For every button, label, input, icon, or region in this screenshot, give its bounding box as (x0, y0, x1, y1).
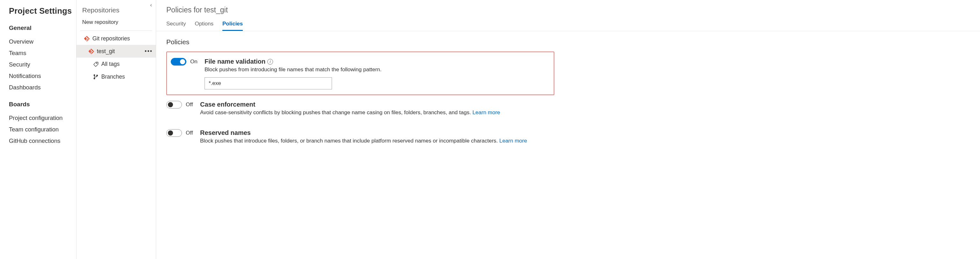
tab-security[interactable]: Security (166, 19, 186, 31)
tree-git-repositories-label: Git repositories (92, 35, 130, 42)
branch-icon (92, 74, 99, 79)
tab-policies[interactable]: Policies (223, 19, 243, 31)
repositories-panel: ‹ Repositories New repository Git reposi… (76, 0, 156, 259)
main-content: Policies for test_git Security Options P… (156, 0, 980, 259)
toggle-state-label: On (190, 58, 197, 65)
nav-overview[interactable]: Overview (9, 36, 76, 47)
policy-body: Case enforcement Avoid case-sensitivity … (200, 101, 975, 116)
toggle-wrap: Off (166, 101, 200, 109)
policy-desc-text: Avoid case-sensitivity conflicts by bloc… (200, 109, 473, 115)
nav-team-configuration[interactable]: Team configuration (9, 124, 76, 135)
repo-tree: Git repositories test_git ••• All tags B… (76, 31, 156, 83)
main-header: Policies for test_git Security Options P… (156, 0, 980, 31)
svg-point-0 (94, 74, 95, 76)
svg-point-2 (96, 75, 97, 76)
policy-title: Case enforcement (200, 101, 255, 108)
policy-desc: Block pushes from introducing file names… (205, 66, 549, 73)
repositories-title: Repositories (76, 5, 156, 17)
policy-desc-text: Block pushes that introduce files, folde… (200, 138, 499, 144)
tag-icon (92, 62, 99, 67)
policy-file-name-validation: On File name validation i Block pushes f… (166, 52, 554, 95)
toggle-file-name-validation[interactable] (171, 58, 186, 66)
page-title: Policies for test_git (166, 6, 980, 14)
nav-github-connections[interactable]: GitHub connections (9, 135, 76, 147)
policy-reserved-names: Off Reserved names Block pushes that int… (166, 123, 980, 152)
sidebar-section-boards: Boards Project configuration Team config… (9, 101, 76, 147)
new-repository-button[interactable]: New repository (76, 17, 156, 28)
info-icon[interactable]: i (267, 59, 273, 65)
policy-title: Reserved names (200, 129, 251, 136)
tab-options[interactable]: Options (195, 19, 213, 31)
nav-project-configuration[interactable]: Project configuration (9, 112, 76, 124)
policy-body: File name validation i Block pushes from… (205, 58, 549, 89)
tabs: Security Options Policies (166, 19, 980, 31)
tree-all-tags-label: All tags (101, 61, 119, 68)
policy-desc: Avoid case-sensitivity conflicts by bloc… (200, 109, 975, 116)
collapse-panel-icon[interactable]: ‹ (150, 2, 152, 8)
nav-dashboards[interactable]: Dashboards (9, 82, 76, 93)
tree-branches-label: Branches (101, 74, 125, 80)
toggle-wrap: Off (166, 129, 200, 137)
policy-title: File name validation (205, 58, 266, 65)
policies-section: Policies On File name validation i Block… (156, 31, 980, 152)
tree-repo-test-git-label: test_git (97, 48, 115, 55)
toggle-case-enforcement[interactable] (166, 101, 182, 109)
learn-more-link[interactable]: Learn more (473, 109, 500, 115)
git-repo-icon (88, 49, 94, 54)
git-repo-icon (83, 36, 90, 41)
policy-desc: Block pushes that introduce files, folde… (200, 138, 975, 144)
toggle-reserved-names[interactable] (166, 129, 182, 137)
svg-point-1 (94, 78, 95, 79)
toggle-state-label: Off (186, 130, 193, 136)
nav-teams[interactable]: Teams (9, 47, 76, 59)
tree-git-repositories[interactable]: Git repositories (76, 32, 156, 45)
nav-security[interactable]: Security (9, 59, 76, 70)
project-settings-sidebar: Project Settings General Overview Teams … (0, 0, 76, 259)
sidebar-section-general: General Overview Teams Security Notifica… (9, 25, 76, 93)
learn-more-link[interactable]: Learn more (499, 138, 527, 144)
policies-heading: Policies (166, 38, 980, 46)
policy-body: Reserved names Block pushes that introdu… (200, 129, 975, 144)
policy-case-enforcement: Off Case enforcement Avoid case-sensitiv… (166, 95, 980, 123)
toggle-state-label: Off (186, 101, 193, 108)
tree-all-tags[interactable]: All tags (76, 58, 156, 70)
nav-notifications[interactable]: Notifications (9, 70, 76, 82)
section-header-boards: Boards (9, 101, 76, 108)
project-settings-title: Project Settings (9, 6, 76, 16)
tree-repo-test-git[interactable]: test_git ••• (76, 45, 156, 58)
toggle-wrap: On (171, 58, 205, 66)
section-header-general: General (9, 25, 76, 32)
repo-context-menu-button[interactable]: ••• (145, 48, 153, 55)
file-pattern-input[interactable] (205, 77, 332, 89)
tree-branches[interactable]: Branches (76, 70, 156, 83)
